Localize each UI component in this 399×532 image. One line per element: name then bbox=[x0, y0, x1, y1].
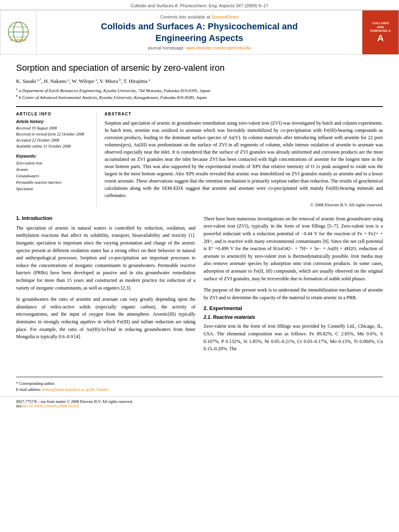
authors-line: K. Sasaki a,*, H. Nakano a, W. Wilopo a,… bbox=[16, 78, 383, 84]
page-container: Colloids and Surfaces A: Physicochem. En… bbox=[0, 0, 399, 411]
author-email-link[interactable]: keikos@mine.kyushu-u.ac.jp (K. Sasaki). bbox=[42, 387, 109, 392]
keyword-2: Arsenic bbox=[16, 166, 90, 173]
journal-title-container: Contents lists available at ScienceDirec… bbox=[37, 10, 362, 54]
article-info-label: ARTICLE INFO bbox=[16, 112, 90, 116]
article-title: Sorption and speciation of arsenic by ze… bbox=[16, 63, 383, 73]
article-history-group: Article history: Received 19 August 2008… bbox=[16, 119, 90, 149]
contents-available-line: Contents lists available at ScienceDirec… bbox=[160, 14, 239, 19]
corresponding-author-note: * Corresponding author. bbox=[16, 380, 383, 386]
email-note: E-mail address: keikos@mine.kyushu-u.ac.… bbox=[16, 386, 383, 392]
reactive-materials-para: Zero-valent iron in the form of iron fil… bbox=[204, 322, 383, 352]
footnotes-section: * Corresponding author. E-mail address: … bbox=[0, 380, 399, 392]
reactive-materials-heading: 2.1. Reactive materials bbox=[204, 314, 383, 320]
body-right-column: There have been numerous investigations … bbox=[204, 215, 383, 357]
available-online-date: Available online 31 October 2008 bbox=[16, 143, 90, 149]
intro-para4: The purpose of the present work is to un… bbox=[204, 286, 383, 301]
received-date: Received 19 August 2008 bbox=[16, 125, 90, 131]
body-text-section: 1. Introduction The speciation of arseni… bbox=[16, 215, 383, 357]
keyword-1: Zero-valent iron bbox=[16, 160, 90, 166]
svg-text:ELSEVIER: ELSEVIER bbox=[10, 38, 27, 42]
journal-badge: COLLOIDS AND SURFACES A A bbox=[368, 19, 394, 45]
badge-mid-text: AND bbox=[377, 25, 384, 29]
issn-line: 0927-7757/$ – see front matter © 2008 El… bbox=[16, 399, 383, 404]
abstract-text: Sorption and speciation of arsenic in gr… bbox=[105, 119, 383, 199]
badge-letter: A bbox=[377, 33, 384, 43]
badge-top-text: COLLOIDS bbox=[372, 21, 389, 25]
elsevier-logo: ELSEVIER bbox=[7, 21, 29, 44]
journal-homepage-line: journal homepage: www.elsevier.com/locat… bbox=[148, 45, 251, 50]
keywords-label: Keywords: bbox=[16, 154, 90, 158]
journal-citation-header: Colloids and Surfaces A: Physicochem. En… bbox=[0, 0, 399, 10]
article-info-abstract-section: ARTICLE INFO Article history: Received 1… bbox=[16, 106, 383, 207]
keyword-5: Speciation bbox=[16, 186, 90, 192]
elsevier-globe-icon: ELSEVIER bbox=[7, 21, 29, 43]
abstract-column: ABSTRACT Sorption and speciation of arse… bbox=[105, 112, 383, 207]
sciencedirect-link[interactable]: ScienceDirect bbox=[211, 14, 239, 19]
doi-link[interactable]: doi:10.1016/j.colsurfa.2008.10.033 bbox=[23, 404, 79, 408]
elsevier-logo-container: ELSEVIER bbox=[0, 10, 37, 54]
journal-title: Colloids and Surfaces A: Physicochemical… bbox=[101, 21, 298, 44]
footer-bottom: 0927-7757/$ – see front matter © 2008 El… bbox=[0, 396, 399, 411]
history-label: Article history: bbox=[16, 119, 90, 124]
intro-para2: In groundwaters the ratio of arsenite an… bbox=[16, 296, 195, 341]
body-left-column: 1. Introduction The speciation of arseni… bbox=[16, 215, 195, 357]
affiliation-b: b b Center of Advanced Instrumental Anal… bbox=[16, 94, 383, 100]
accepted-date: Accepted 22 October 2008 bbox=[16, 137, 90, 143]
keyword-3: Groundwaters bbox=[16, 173, 90, 179]
doi-line: doi:doi:10.1016/j.colsurfa.2008.10.033 bbox=[16, 404, 383, 408]
keyword-4: Permeable reactive barriers bbox=[16, 179, 90, 186]
footer-divider bbox=[16, 377, 383, 380]
experimental-heading: 2. Experimental bbox=[204, 305, 383, 311]
affiliation-a: a a Department of Earth Resources Engine… bbox=[16, 87, 383, 93]
journal-header: ELSEVIER Contents lists available at Sci… bbox=[0, 10, 399, 55]
copyright-line: © 2008 Elsevier B.V. All rights reserved… bbox=[105, 202, 383, 207]
intro-para3: There have been numerous investigations … bbox=[204, 215, 383, 282]
abstract-section-label: ABSTRACT bbox=[105, 112, 383, 116]
journal-badge-container: COLLOIDS AND SURFACES A A bbox=[362, 10, 399, 54]
article-content: Sorption and speciation of arsenic by ze… bbox=[0, 55, 399, 369]
intro-heading: 1. Introduction bbox=[16, 215, 195, 221]
badge-bottom-text: SURFACES A bbox=[370, 29, 391, 33]
received-revised-date: Received in revised form 22 October 2008 bbox=[16, 131, 90, 137]
article-info-column: ARTICLE INFO Article history: Received 1… bbox=[16, 112, 97, 207]
journal-citation-text: Colloids and Surfaces A: Physicochem. En… bbox=[131, 3, 268, 8]
intro-para1: The speciation of arsenic in natural wat… bbox=[16, 224, 195, 292]
journal-homepage-link[interactable]: www.elsevier.com/locate/colsurfa bbox=[186, 45, 251, 50]
